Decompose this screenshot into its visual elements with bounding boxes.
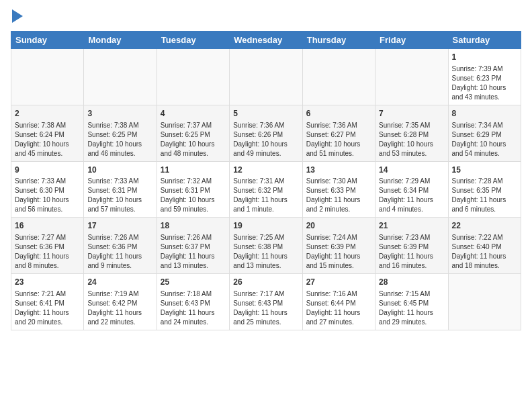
day-info: Sunrise: 7:38 AM Sunset: 6:24 PM Dayligh… bbox=[15, 121, 80, 158]
day-info: Sunrise: 7:29 AM Sunset: 6:34 PM Dayligh… bbox=[379, 177, 444, 214]
day-info: Sunrise: 7:34 AM Sunset: 6:29 PM Dayligh… bbox=[452, 121, 517, 158]
calendar-empty-cell bbox=[448, 274, 521, 330]
day-info: Sunrise: 7:22 AM Sunset: 6:40 PM Dayligh… bbox=[452, 233, 517, 271]
day-info: Sunrise: 7:30 AM Sunset: 6:33 PM Dayligh… bbox=[306, 177, 371, 214]
day-number: 12 bbox=[233, 165, 298, 176]
calendar-day-cell: 23Sunrise: 7:21 AM Sunset: 6:41 PM Dayli… bbox=[11, 274, 84, 330]
calendar-day-cell: 4Sunrise: 7:37 AM Sunset: 6:25 PM Daylig… bbox=[157, 105, 229, 161]
calendar-day-cell: 1Sunrise: 7:39 AM Sunset: 6:23 PM Daylig… bbox=[448, 49, 521, 105]
weekday-header-friday: Friday bbox=[375, 32, 448, 49]
day-info: Sunrise: 7:23 AM Sunset: 6:39 PM Dayligh… bbox=[379, 233, 444, 271]
calendar-empty-cell bbox=[11, 49, 84, 105]
day-number: 27 bbox=[306, 277, 371, 288]
day-info: Sunrise: 7:27 AM Sunset: 6:36 PM Dayligh… bbox=[15, 233, 80, 271]
day-info: Sunrise: 7:15 AM Sunset: 6:45 PM Dayligh… bbox=[379, 289, 444, 327]
calendar-week-row: 23Sunrise: 7:21 AM Sunset: 6:41 PM Dayli… bbox=[11, 274, 521, 330]
day-number: 17 bbox=[87, 220, 152, 232]
day-info: Sunrise: 7:31 AM Sunset: 6:32 PM Dayligh… bbox=[233, 177, 298, 214]
day-info: Sunrise: 7:39 AM Sunset: 6:23 PM Dayligh… bbox=[452, 64, 517, 102]
calendar-empty-cell bbox=[375, 49, 448, 105]
calendar-header-row: SundayMondayTuesdayWednesdayThursdayFrid… bbox=[11, 32, 521, 49]
day-info: Sunrise: 7:36 AM Sunset: 6:27 PM Dayligh… bbox=[306, 121, 371, 158]
day-number: 6 bbox=[306, 108, 371, 120]
day-info: Sunrise: 7:28 AM Sunset: 6:35 PM Dayligh… bbox=[452, 177, 517, 214]
calendar-day-cell: 22Sunrise: 7:22 AM Sunset: 6:40 PM Dayli… bbox=[448, 218, 521, 274]
day-number: 25 bbox=[161, 277, 226, 288]
day-number: 24 bbox=[87, 277, 152, 288]
calendar-empty-cell bbox=[230, 49, 302, 105]
day-number: 20 bbox=[306, 220, 371, 232]
day-info: Sunrise: 7:33 AM Sunset: 6:31 PM Dayligh… bbox=[87, 177, 152, 214]
calendar-week-row: 16Sunrise: 7:27 AM Sunset: 6:36 PM Dayli… bbox=[11, 218, 521, 274]
day-number: 3 bbox=[87, 108, 152, 120]
calendar-day-cell: 14Sunrise: 7:29 AM Sunset: 6:34 PM Dayli… bbox=[375, 161, 448, 218]
weekday-header-sunday: Sunday bbox=[11, 32, 84, 49]
day-number: 2 bbox=[15, 108, 80, 120]
day-info: Sunrise: 7:26 AM Sunset: 6:36 PM Dayligh… bbox=[87, 233, 152, 271]
day-info: Sunrise: 7:32 AM Sunset: 6:31 PM Dayligh… bbox=[161, 177, 226, 214]
day-info: Sunrise: 7:38 AM Sunset: 6:25 PM Dayligh… bbox=[87, 121, 152, 158]
calendar-day-cell: 5Sunrise: 7:36 AM Sunset: 6:26 PM Daylig… bbox=[230, 105, 302, 161]
day-number: 26 bbox=[233, 277, 298, 288]
calendar-day-cell: 26Sunrise: 7:17 AM Sunset: 6:43 PM Dayli… bbox=[230, 274, 302, 330]
calendar-table: SundayMondayTuesdayWednesdayThursdayFrid… bbox=[11, 31, 521, 330]
day-number: 9 bbox=[15, 165, 80, 176]
day-number: 23 bbox=[15, 277, 80, 288]
day-number: 16 bbox=[15, 220, 80, 232]
day-number: 11 bbox=[161, 165, 226, 176]
calendar-day-cell: 10Sunrise: 7:33 AM Sunset: 6:31 PM Dayli… bbox=[84, 161, 157, 218]
calendar-day-cell: 8Sunrise: 7:34 AM Sunset: 6:29 PM Daylig… bbox=[448, 105, 521, 161]
calendar-empty-cell bbox=[157, 49, 229, 105]
day-info: Sunrise: 7:26 AM Sunset: 6:37 PM Dayligh… bbox=[161, 233, 226, 271]
day-info: Sunrise: 7:21 AM Sunset: 6:41 PM Dayligh… bbox=[15, 289, 80, 327]
day-number: 18 bbox=[161, 220, 226, 232]
day-info: Sunrise: 7:36 AM Sunset: 6:26 PM Dayligh… bbox=[233, 121, 298, 158]
day-info: Sunrise: 7:25 AM Sunset: 6:38 PM Dayligh… bbox=[233, 233, 298, 271]
logo-arrow-icon bbox=[12, 9, 23, 23]
weekday-header-tuesday: Tuesday bbox=[157, 32, 229, 49]
day-info: Sunrise: 7:35 AM Sunset: 6:28 PM Dayligh… bbox=[379, 121, 444, 158]
calendar-day-cell: 13Sunrise: 7:30 AM Sunset: 6:33 PM Dayli… bbox=[302, 161, 375, 218]
day-info: Sunrise: 7:37 AM Sunset: 6:25 PM Dayligh… bbox=[161, 121, 226, 158]
day-info: Sunrise: 7:16 AM Sunset: 6:44 PM Dayligh… bbox=[306, 289, 371, 327]
day-number: 22 bbox=[452, 220, 517, 232]
weekday-header-wednesday: Wednesday bbox=[230, 32, 302, 49]
weekday-header-thursday: Thursday bbox=[302, 32, 375, 49]
calendar-day-cell: 25Sunrise: 7:18 AM Sunset: 6:43 PM Dayli… bbox=[157, 274, 229, 330]
day-info: Sunrise: 7:18 AM Sunset: 6:43 PM Dayligh… bbox=[161, 289, 226, 327]
logo bbox=[11, 11, 23, 23]
calendar-day-cell: 21Sunrise: 7:23 AM Sunset: 6:39 PM Dayli… bbox=[375, 218, 448, 274]
day-number: 5 bbox=[233, 108, 298, 120]
calendar-week-row: 2Sunrise: 7:38 AM Sunset: 6:24 PM Daylig… bbox=[11, 105, 521, 161]
calendar-day-cell: 7Sunrise: 7:35 AM Sunset: 6:28 PM Daylig… bbox=[375, 105, 448, 161]
calendar-empty-cell bbox=[302, 49, 375, 105]
weekday-header-saturday: Saturday bbox=[448, 32, 521, 49]
day-info: Sunrise: 7:33 AM Sunset: 6:30 PM Dayligh… bbox=[15, 177, 80, 214]
page-header bbox=[11, 11, 521, 23]
calendar-day-cell: 12Sunrise: 7:31 AM Sunset: 6:32 PM Dayli… bbox=[230, 161, 302, 218]
day-info: Sunrise: 7:24 AM Sunset: 6:39 PM Dayligh… bbox=[306, 233, 371, 271]
calendar-day-cell: 20Sunrise: 7:24 AM Sunset: 6:39 PM Dayli… bbox=[302, 218, 375, 274]
calendar-day-cell: 24Sunrise: 7:19 AM Sunset: 6:42 PM Dayli… bbox=[84, 274, 157, 330]
day-number: 1 bbox=[452, 52, 517, 63]
day-number: 10 bbox=[87, 165, 152, 176]
day-number: 13 bbox=[306, 165, 371, 176]
calendar-day-cell: 6Sunrise: 7:36 AM Sunset: 6:27 PM Daylig… bbox=[302, 105, 375, 161]
calendar-day-cell: 11Sunrise: 7:32 AM Sunset: 6:31 PM Dayli… bbox=[157, 161, 229, 218]
calendar-week-row: 9Sunrise: 7:33 AM Sunset: 6:30 PM Daylig… bbox=[11, 161, 521, 218]
day-info: Sunrise: 7:19 AM Sunset: 6:42 PM Dayligh… bbox=[87, 289, 152, 327]
weekday-header-monday: Monday bbox=[84, 32, 157, 49]
day-number: 14 bbox=[379, 165, 444, 176]
day-info: Sunrise: 7:17 AM Sunset: 6:43 PM Dayligh… bbox=[233, 289, 298, 327]
calendar-day-cell: 18Sunrise: 7:26 AM Sunset: 6:37 PM Dayli… bbox=[157, 218, 229, 274]
day-number: 19 bbox=[233, 220, 298, 232]
day-number: 4 bbox=[161, 108, 226, 120]
day-number: 7 bbox=[379, 108, 444, 120]
calendar-day-cell: 2Sunrise: 7:38 AM Sunset: 6:24 PM Daylig… bbox=[11, 105, 84, 161]
calendar-week-row: 1Sunrise: 7:39 AM Sunset: 6:23 PM Daylig… bbox=[11, 49, 521, 105]
calendar-day-cell: 9Sunrise: 7:33 AM Sunset: 6:30 PM Daylig… bbox=[11, 161, 84, 218]
day-number: 21 bbox=[379, 220, 444, 232]
calendar-day-cell: 3Sunrise: 7:38 AM Sunset: 6:25 PM Daylig… bbox=[84, 105, 157, 161]
calendar-day-cell: 15Sunrise: 7:28 AM Sunset: 6:35 PM Dayli… bbox=[448, 161, 521, 218]
day-number: 8 bbox=[452, 108, 517, 120]
